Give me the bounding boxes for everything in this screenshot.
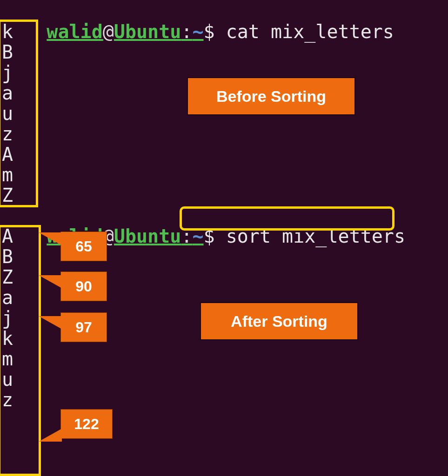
ascii-value: 90 <box>75 278 92 295</box>
output-char: k <box>2 21 13 42</box>
output-char: u <box>2 103 13 124</box>
output-line: u <box>0 369 448 390</box>
output-line: B <box>0 42 448 62</box>
output-char: j <box>2 307 13 329</box>
output-char: a <box>2 287 13 308</box>
output-char: m <box>2 164 13 185</box>
output-char: A <box>2 225 13 247</box>
output-char: B <box>2 41 13 63</box>
ascii-callout-a: 97 <box>60 312 107 342</box>
terminal: walid@Ubuntu:~$ cat mix_letters k B j a … <box>0 0 448 476</box>
output-line: z <box>0 124 448 144</box>
output-line: m <box>0 165 448 185</box>
prompt-line-1[interactable]: walid@Ubuntu:~$ cat mix_letters <box>0 1 448 21</box>
output-char: m <box>2 348 13 370</box>
ascii-callout-z: 122 <box>60 409 113 439</box>
output-char: k <box>2 328 13 349</box>
output-line: A <box>0 144 448 165</box>
after-sorting-badge: After Sorting <box>201 303 357 339</box>
ascii-value: 97 <box>75 319 92 336</box>
output-char: B <box>2 246 13 267</box>
output-char: z <box>2 123 13 145</box>
output-line: z <box>0 390 448 410</box>
after-sorting-label: After Sorting <box>231 312 328 331</box>
output-line: Z <box>0 185 448 205</box>
output-line: k <box>0 21 448 42</box>
output-line: m <box>0 349 448 369</box>
prompt-line-2[interactable]: walid@Ubuntu:~$ sort mix_letters <box>0 205 448 226</box>
output-char: z <box>2 389 13 410</box>
output-char: Z <box>2 185 13 206</box>
ascii-value: 65 <box>75 238 92 255</box>
output-char: Z <box>2 266 13 288</box>
before-sorting-badge: Before Sorting <box>188 78 354 114</box>
ascii-callout-Z: 90 <box>60 271 107 301</box>
output-char: u <box>2 369 13 390</box>
ascii-callout-A: 65 <box>60 231 107 261</box>
before-sorting-label: Before Sorting <box>216 87 326 106</box>
output-char: A <box>2 144 13 165</box>
output-char: j <box>2 62 13 83</box>
ascii-value: 122 <box>74 416 99 433</box>
output-char: a <box>2 82 13 104</box>
